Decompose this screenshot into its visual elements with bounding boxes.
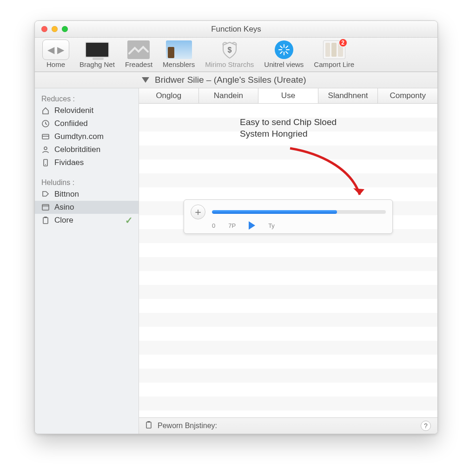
disclosure-triangle-icon[interactable] (142, 77, 149, 83)
panels-icon: 2 (323, 40, 345, 59)
media-control: ＋ 0 7P Ty (184, 199, 393, 234)
help-button[interactable]: ? (421, 421, 431, 431)
toolbar-braghg-net[interactable]: Braghg Net (79, 40, 115, 68)
person-icon (41, 145, 50, 154)
section-header: Bridwer Silie – (Angle's Ssiles (Ureate) (35, 72, 437, 88)
svg-line-7 (280, 52, 282, 53)
tab-label: Componty (390, 91, 425, 100)
svg-rect-17 (43, 218, 48, 224)
sidebar-item-label: Bittnon (54, 190, 79, 199)
sidebar-item-label: Celobritditien (54, 145, 100, 154)
sidebar-item-label: Clore (54, 216, 73, 225)
clock-icon (41, 119, 50, 128)
notification-badge: 2 (338, 38, 348, 47)
chevron-left-icon: ◀ (47, 45, 54, 54)
toolbar-label: Unitrel views (264, 61, 304, 68)
tab-label: Slandhnent (328, 91, 368, 100)
toolbar-label: Camport Lire (314, 61, 354, 68)
sidebar-item-gumdtyn[interactable]: Gumdtyn.com (35, 130, 139, 143)
close-icon[interactable] (41, 26, 47, 32)
progress-end-label: Ty (268, 222, 275, 229)
toolbar-label: Home (46, 61, 65, 68)
window-icon (41, 203, 50, 212)
spark-icon (275, 40, 293, 59)
clipboard-icon (41, 216, 50, 225)
sidebar-item-confiided[interactable]: Confiided (35, 117, 139, 130)
display-icon (85, 42, 109, 58)
hint-line: Easy to send Chip Sloed (240, 117, 337, 127)
play-icon[interactable] (249, 221, 255, 230)
toolbar-label: Mirimo Strarchs (205, 61, 254, 68)
toolbar-home[interactable]: ◀ ▶ Home (42, 40, 69, 68)
preferences-window: Function Keys ◀ ▶ Home Braghg Net (34, 20, 438, 434)
toolbar-mirimo-strarchs[interactable]: $ Mirimo Strarchs (205, 40, 254, 68)
sidebar-item-label: Asino (54, 203, 74, 212)
body: Reduces : Relovidenit Confiided (35, 88, 437, 434)
section-title: Bridwer Silie – (Angle's Ssiles (Ureate) (155, 75, 306, 85)
toolbar-label: Mensblers (163, 61, 195, 68)
tag-icon (41, 190, 50, 198)
sidebar-item-asino[interactable]: Asino (35, 201, 139, 214)
photo-icon (166, 40, 192, 59)
sidebar-item-label: Relovidenit (54, 106, 93, 115)
add-button[interactable]: ＋ (191, 205, 205, 219)
progress-tick-label: 7P (228, 222, 236, 229)
tab-onglog[interactable]: Onglog (139, 88, 199, 103)
sidebar-item-celobritditien[interactable]: Celobritditien (35, 143, 139, 156)
svg-marker-19 (353, 188, 364, 195)
tab-slandhnent[interactable]: Slandhnent (318, 88, 378, 103)
content-area: Onglog Nandein Use Slandhnent Componty E… (139, 88, 437, 434)
toolbar-label: Braghg Net (79, 61, 115, 68)
tab-label: Nandein (214, 91, 243, 100)
svg-rect-20 (146, 422, 151, 428)
sidebar-item-fividaes[interactable]: Fividaes (35, 156, 139, 169)
tab-use[interactable]: Use (258, 88, 318, 103)
svg-line-8 (286, 46, 288, 48)
zoom-icon[interactable] (62, 26, 68, 32)
toolbar-camport-lire[interactable]: 2 Camport Lire (314, 40, 354, 68)
sidebar-item-label: Fividaes (54, 158, 84, 167)
toolbar: ◀ ▶ Home Braghg Net Freadest (35, 38, 437, 72)
toolbar-label: Freadest (125, 61, 152, 68)
card-icon (41, 132, 50, 141)
svg-line-5 (280, 46, 282, 48)
toolbar-unitrel-views[interactable]: Unitrel views (264, 40, 304, 68)
shield-dollar-icon: $ (216, 40, 243, 59)
handshake-icon (127, 40, 150, 59)
titlebar: Function Keys (35, 21, 437, 38)
svg-point-12 (44, 147, 47, 150)
toolbar-freadest[interactable]: Freadest (125, 40, 152, 68)
progress-slider[interactable] (212, 210, 386, 214)
sidebar-item-bittnon[interactable]: Bittnon (35, 188, 139, 201)
hint-line: System Hongried (240, 129, 308, 139)
tab-nandein[interactable]: Nandein (199, 88, 259, 103)
sidebar-heading: Reduces : (35, 92, 139, 104)
progress-start-label: 0 (212, 222, 215, 229)
clipboard-icon (145, 421, 153, 431)
sidebar-item-relovidenit[interactable]: Relovidenit (35, 104, 139, 117)
hint-text: Easy to send Chip Sloed System Hongried (240, 117, 337, 139)
tab-bar: Onglog Nandein Use Slandhnent Componty (139, 88, 437, 104)
minimize-icon[interactable] (52, 26, 58, 32)
nav-back-forward-icon[interactable]: ◀ ▶ (42, 40, 69, 60)
svg-point-14 (45, 164, 46, 165)
house-icon (41, 106, 50, 115)
svg-rect-10 (42, 134, 49, 139)
window-title: Function Keys (35, 25, 437, 34)
tab-label: Use (281, 91, 295, 100)
svg-text:$: $ (227, 46, 231, 54)
toolbar-mensblers[interactable]: Mensblers (163, 40, 195, 68)
sidebar-heading: Heludins : (35, 176, 139, 188)
annotation-arrow-icon (281, 144, 374, 209)
sidebar-item-clore[interactable]: Clore ✓ (35, 214, 139, 227)
checkmark-icon: ✓ (125, 215, 133, 226)
svg-rect-21 (147, 421, 150, 423)
footer-bar: Peworn Bnjstiney: ? (139, 417, 437, 434)
tab-label: Onglog (156, 91, 181, 100)
chevron-right-icon: ▶ (57, 45, 64, 54)
tab-componty[interactable]: Componty (378, 88, 437, 103)
list-area: Easy to send Chip Sloed System Hongried … (139, 104, 437, 417)
sidebar: Reduces : Relovidenit Confiided (35, 88, 139, 434)
svg-line-6 (286, 52, 288, 53)
progress-fill (212, 210, 337, 214)
